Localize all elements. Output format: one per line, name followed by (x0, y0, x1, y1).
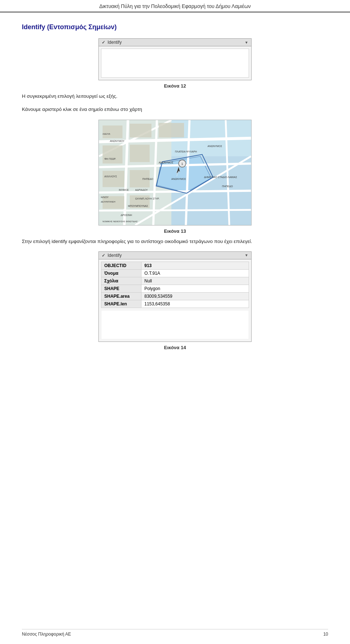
table-cell-name-val: Ο.Τ.91Α (141, 269, 249, 277)
paragraph-3: Στην επιλογή identify εμφανίζονται πληρο… (22, 238, 328, 246)
identify-table-body: OBJECTID 913 Όνομα Ο.Τ.91Α Σχόλια Null (99, 259, 251, 310)
svg-text:ΑΝΩΝΥΜΟΣ: ΑΝΩΝΥΜΟΣ (207, 145, 222, 147)
table-row-shape: SHAPE Polygon (101, 285, 249, 292)
table-row-name: Όνομα Ο.Τ.91Α (101, 269, 249, 277)
main-content: Identify (Εντοπισμός Σημείων) ✓ Identify… (0, 12, 350, 376)
map-svg-13: 1 ΠΛΑΤΕΙΑ ΨΥΧΑΡΗ ΑΝΩΝΥΜΟΣ ΔΗΜΟΤΙΚΟ ΣΤΑΔΙ… (99, 120, 251, 225)
paragraph-2: Κάνουμε αριστερό κλικ σε ένα σημείο επάν… (22, 105, 328, 113)
svg-rect-14 (102, 125, 122, 138)
table-cell-scholia-key: Σχόλια (101, 277, 141, 285)
table-cell-shape-area-key: SHAPE.area (101, 292, 141, 300)
section-title: Identify (Εντοπισμός Σημείων) (22, 23, 328, 31)
svg-rect-16 (159, 123, 184, 137)
table-cell-shape-len-val: 1153,645358 (141, 300, 249, 308)
figure-14-container: ✓ Identify ▼ OBJECTID 913 Όνομα Ο.Τ.91Α (22, 251, 328, 350)
table-row-scholiа: Σχόλια Null (101, 277, 249, 285)
identify-table-tbody: OBJECTID 913 Όνομα Ο.Τ.91Α Σχόλια Null (101, 262, 249, 308)
table-row-objectid: OBJECTID 913 (101, 262, 249, 269)
identify-data-table: OBJECTID 913 Όνομα Ο.Τ.91Α Σχόλια Null (101, 262, 249, 308)
svg-rect-15 (130, 123, 152, 137)
page-header: Δικτυακή Πύλη για την Πολεοδομική Εφαρμο… (0, 0, 350, 12)
identify-panel-14-header: ✓ Identify ▼ (99, 252, 251, 259)
svg-text:ΟΛΥΜΠ.ΛΟΥΗ ΣΤΥΡ.: ΟΛΥΜΠ.ΛΟΥΗ ΣΤΥΡ. (135, 197, 160, 200)
svg-text:ΗΛΙΟΥ: ΗΛΙΟΥ (101, 196, 109, 198)
svg-rect-18 (130, 144, 150, 162)
figure-12-caption: Εικόνα 12 (164, 83, 186, 89)
identify-panel-14-dropdown-icon[interactable]: ▼ (245, 253, 248, 257)
figure-12-container: ✓ Identify ▼ Εικόνα 12 (22, 38, 328, 89)
figure-13-caption: Εικόνα 13 (164, 228, 186, 234)
svg-text:ΔΕΛΗΝΤΑΝΕΗ: ΔΕΛΗΝΤΑΝΕΗ (101, 201, 115, 203)
table-row-shape-area: SHAPE.area 83009,534559 (101, 292, 249, 300)
svg-text:ΔΗΜΟΤΙΚΟ ΣΤΑΔΙΟ ΛΑΜΙΑΣ: ΔΗΜΟΤΙΚΟ ΣΤΑΔΙΟ ΛΑΜΙΑΣ (204, 176, 237, 178)
svg-text:ΔΡΟΣΙΝΗ: ΔΡΟΣΙΝΗ (121, 214, 132, 216)
identify-panel-14-header-left: ✓ Identify (102, 253, 122, 258)
table-cell-shape-key: SHAPE (101, 285, 141, 292)
identify-check-icon: ✓ (102, 40, 105, 45)
figure-13-container: 1 ΠΛΑΤΕΙΑ ΨΥΧΑΡΗ ΑΝΩΝΥΜΟΣ ΔΗΜΟΤΙΚΟ ΣΤΑΔΙ… (22, 120, 328, 234)
svg-text:ΑΝΩΝΥΜΟΣ: ΑΝΩΝΥΜΟΣ (171, 177, 186, 180)
svg-text:ΑΔΡΙΑΔΟΥ: ΑΔΡΙΑΔΟΥ (135, 188, 148, 191)
svg-text:ΝΟΜΙΚΗΣ ΝΕΦΟΥΣΗΣ ΦΘΙΩΤΙΔΑΣ: ΝΟΜΙΚΗΣ ΝΕΦΟΥΣΗΣ ΦΘΙΩΤΙΔΑΣ (102, 220, 137, 223)
table-cell-objectid-key: OBJECTID (101, 262, 141, 269)
footer-page-number: 10 (323, 632, 328, 637)
svg-text:ΜΠΟΥΜΠΟΥΝΑΣ: ΜΠΟΥΜΠΟΥΝΑΣ (128, 205, 148, 207)
identify-panel-12-body (101, 49, 249, 78)
identify-panel-12: ✓ Identify ▼ (98, 38, 252, 80)
svg-text:ΦΗ ΓΕΩΡ.: ΦΗ ΓΕΩΡ. (104, 158, 116, 160)
identify-panel-12-label: Identify (108, 40, 122, 45)
table-cell-scholia-val: Null (141, 277, 249, 285)
svg-text:1: 1 (181, 162, 183, 166)
table-cell-objectid-val: 913 (141, 262, 249, 269)
table-cell-shape-len-key: SHAPE.len (101, 300, 141, 308)
svg-rect-19 (102, 171, 124, 187)
table-cell-shape-area-val: 83009,534559 (141, 292, 249, 300)
svg-rect-17 (102, 145, 122, 163)
header-title: Δικτυακή Πύλη για την Πολεοδομική Εφαρμο… (99, 3, 251, 9)
page-footer: Νέσσος Πληροφορική ΑΕ 10 (22, 629, 328, 637)
svg-text:ΑΧΙΛΛΟΥΣ: ΑΧΙΛΛΟΥΣ (104, 175, 117, 177)
footer-company: Νέσσος Πληροφορική ΑΕ (22, 632, 71, 637)
identify-panel-12-dropdown-icon[interactable]: ▼ (245, 41, 248, 45)
table-cell-name-key: Όνομα (101, 269, 141, 277)
table-row-shape-len: SHAPE.len 1153,645358 (101, 300, 249, 308)
svg-text:ΠΛΑΤΕΙΑ ΨΥΧΑΡΗ: ΠΛΑΤΕΙΑ ΨΥΧΑΡΗ (175, 150, 197, 153)
svg-text:ΠΗΠΕΔΟ: ΠΗΠΕΔΟ (143, 177, 153, 180)
identify-panel-14-empty-area (101, 310, 249, 339)
figure-14-caption: Εικόνα 14 (164, 345, 186, 350)
svg-text:ΠΗΠΕΔΟ: ΠΗΠΕΔΟ (222, 185, 233, 187)
map-image-13: 1 ΠΛΑΤΕΙΑ ΨΥΧΑΡΗ ΑΝΩΝΥΜΟΣ ΔΗΜΟΤΙΚΟ ΣΤΑΔΙ… (98, 120, 252, 225)
identify-panel-14: ✓ Identify ▼ OBJECTID 913 Όνομα Ο.Τ.91Α (98, 251, 252, 342)
identify-panel-12-header-left: ✓ Identify (102, 40, 122, 45)
svg-text:ΑΔΕΛΦ.: ΑΔΕΛΦ. (102, 132, 111, 135)
identify-panel-14-label: Identify (108, 253, 122, 258)
paragraph-1: Η συγκεκριμένη επιλογή λειτουργεί ως εξή… (22, 92, 328, 100)
identify-panel-12-header: ✓ Identify ▼ (99, 39, 251, 46)
svg-text:ΙΝΥΜΟΣ: ΙΝΥΜΟΣ (119, 188, 129, 191)
svg-text:ΑΝΩΝΥΜΟΣ: ΑΝΩΝΥΜΟΣ (159, 161, 174, 164)
identify-check-icon-14: ✓ (102, 253, 105, 258)
svg-text:ΑΝΩΝΥΜΟΥ: ΑΝΩΝΥΜΟΥ (110, 139, 124, 142)
table-cell-shape-val: Polygon (141, 285, 249, 292)
